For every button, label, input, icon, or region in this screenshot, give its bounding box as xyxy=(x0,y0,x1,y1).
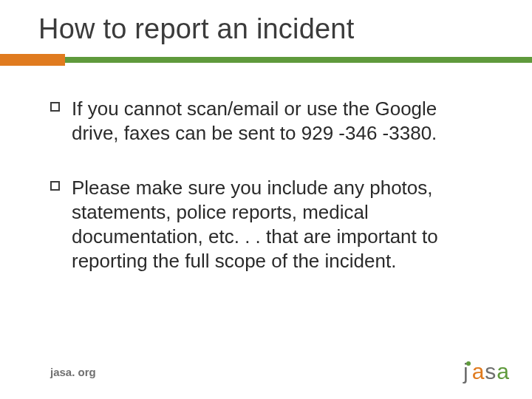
bullet-square-icon xyxy=(50,102,60,112)
logo-letter-a: a xyxy=(497,359,510,383)
divider-accent xyxy=(0,54,65,66)
logo-letter-a: a xyxy=(472,359,485,383)
logo-letter-s: s xyxy=(485,359,497,383)
slide-title: How to report an incident xyxy=(0,0,532,54)
bullet-square-icon xyxy=(50,181,60,191)
slide: How to report an incident If you cannot … xyxy=(0,0,532,399)
content-area: If you cannot scan/email or use the Goog… xyxy=(0,66,532,274)
logo-dot-icon xyxy=(466,361,471,366)
logo: jasa xyxy=(463,359,510,384)
list-item: Please make sure you include any photos,… xyxy=(50,176,489,274)
divider xyxy=(0,54,532,66)
footer-text: jasa. org xyxy=(50,366,96,378)
bullet-text: If you cannot scan/email or use the Goog… xyxy=(72,97,489,146)
list-item: If you cannot scan/email or use the Goog… xyxy=(50,97,489,146)
bullet-text: Please make sure you include any photos,… xyxy=(72,176,489,274)
divider-line xyxy=(0,57,532,63)
